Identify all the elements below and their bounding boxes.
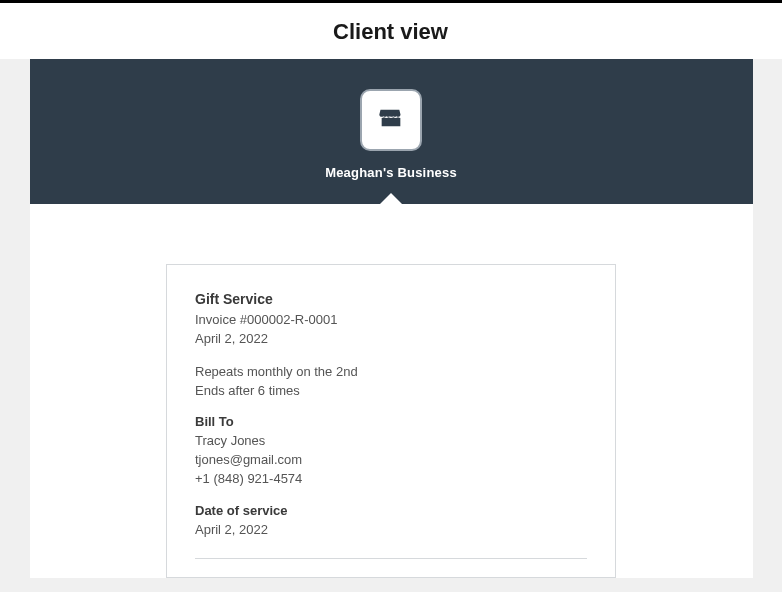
page-header: Client view <box>0 3 782 59</box>
storefront-icon <box>377 104 405 136</box>
bill-to-email: tjones@gmail.com <box>195 451 587 470</box>
invoice-divider <box>195 558 587 559</box>
business-logo-box <box>360 89 422 151</box>
invoice-service-title: Gift Service <box>195 291 587 307</box>
service-date-value: April 2, 2022 <box>195 521 587 540</box>
invoice-number: Invoice #000002-R-0001 <box>195 311 587 330</box>
page-title: Client view <box>0 19 782 45</box>
invoice-area: Gift Service Invoice #000002-R-0001 Apri… <box>30 204 753 578</box>
invoice-card: Gift Service Invoice #000002-R-0001 Apri… <box>166 264 616 578</box>
bill-to-name: Tracy Jones <box>195 432 587 451</box>
main-panel: Meaghan's Business Gift Service Invoice … <box>30 59 753 578</box>
content-wrapper: Meaghan's Business Gift Service Invoice … <box>0 59 782 592</box>
invoice-date: April 2, 2022 <box>195 330 587 349</box>
header-pointer <box>379 193 403 205</box>
invoice-repeat-rule: Repeats monthly on the 2nd <box>195 363 587 382</box>
service-date-label: Date of service <box>195 503 587 518</box>
business-name: Meaghan's Business <box>30 165 753 180</box>
business-header: Meaghan's Business <box>30 59 753 204</box>
bill-to-phone: +1 (848) 921-4574 <box>195 470 587 489</box>
invoice-end-rule: Ends after 6 times <box>195 382 587 401</box>
bill-to-label: Bill To <box>195 414 587 429</box>
